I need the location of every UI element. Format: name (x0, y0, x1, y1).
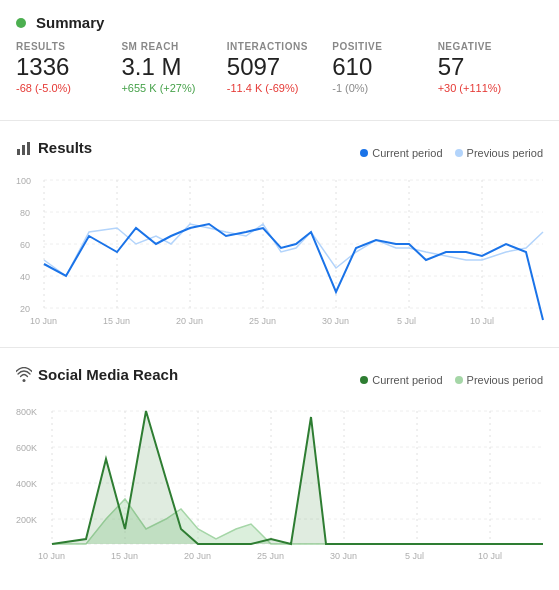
metric-change: -68 (-5.0%) (16, 82, 121, 94)
summary-dot (16, 18, 26, 28)
svg-text:60: 60 (20, 240, 30, 250)
metric-value: 5097 (227, 54, 332, 80)
metric-sm-reach: SM REACH 3.1 M +655 K (+27%) (121, 41, 226, 94)
results-chart-wrapper: 100 80 60 40 20 10 Jun 15 (16, 172, 543, 335)
svg-text:100: 100 (16, 176, 31, 186)
svg-text:800K: 800K (16, 407, 37, 417)
results-chart-section: Results Current period Previous period 1… (0, 129, 559, 335)
social-chart-header: Social Media Reach Current period Previo… (16, 366, 543, 393)
results-legend: Current period Previous period (360, 147, 543, 159)
svg-text:30 Jun: 30 Jun (322, 316, 349, 326)
metric-change: -11.4 K (-69%) (227, 82, 332, 94)
metric-label: NEGATIVE (438, 41, 543, 52)
svg-text:10 Jul: 10 Jul (478, 551, 502, 561)
svg-text:25 Jun: 25 Jun (249, 316, 276, 326)
legend-previous: Previous period (455, 147, 543, 159)
svg-text:10 Jul: 10 Jul (470, 316, 494, 326)
svg-text:20: 20 (20, 304, 30, 314)
wifi-icon (16, 367, 32, 383)
metric-change: +655 K (+27%) (121, 82, 226, 94)
social-legend-current: Current period (360, 374, 442, 386)
svg-text:20 Jun: 20 Jun (184, 551, 211, 561)
summary-section: Summary RESULTS 1336 -68 (-5.0%) SM REAC… (0, 0, 559, 112)
svg-text:600K: 600K (16, 443, 37, 453)
results-title: Results (16, 139, 92, 156)
social-chart-section: Social Media Reach Current period Previo… (0, 356, 559, 572)
metric-value: 57 (438, 54, 543, 80)
svg-text:200K: 200K (16, 515, 37, 525)
svg-text:25 Jun: 25 Jun (257, 551, 284, 561)
svg-text:10 Jun: 10 Jun (38, 551, 65, 561)
metric-results: RESULTS 1336 -68 (-5.0%) (16, 41, 121, 94)
metric-label: SM REACH (121, 41, 226, 52)
svg-text:15 Jun: 15 Jun (111, 551, 138, 561)
svg-text:40: 40 (20, 272, 30, 282)
metric-negative: NEGATIVE 57 +30 (+111%) (438, 41, 543, 94)
bar-chart-icon (16, 140, 32, 156)
svg-text:400K: 400K (16, 479, 37, 489)
svg-text:30 Jun: 30 Jun (330, 551, 357, 561)
metric-interactions: INTERACTIONS 5097 -11.4 K (-69%) (227, 41, 332, 94)
social-previous-dot (455, 376, 463, 384)
previous-dot (455, 149, 463, 157)
svg-text:5 Jul: 5 Jul (397, 316, 416, 326)
metric-positive: POSITIVE 610 -1 (0%) (332, 41, 437, 94)
metric-value: 1336 (16, 54, 121, 80)
metrics-grid: RESULTS 1336 -68 (-5.0%) SM REACH 3.1 M … (16, 41, 543, 94)
svg-rect-1 (22, 145, 25, 155)
social-svg-chart: 800K 600K 400K 200K 10 J (16, 399, 543, 569)
metric-label: POSITIVE (332, 41, 437, 52)
svg-rect-0 (17, 149, 20, 155)
metric-value: 610 (332, 54, 437, 80)
svg-rect-2 (27, 142, 30, 155)
svg-text:80: 80 (20, 208, 30, 218)
metric-change: +30 (+111%) (438, 82, 543, 94)
social-legend-previous: Previous period (455, 374, 543, 386)
svg-text:20 Jun: 20 Jun (176, 316, 203, 326)
results-curr-line (44, 224, 543, 320)
results-svg-chart: 100 80 60 40 20 10 Jun 15 (16, 172, 543, 332)
summary-title: Summary (16, 14, 543, 31)
social-current-dot (360, 376, 368, 384)
results-chart-header: Results Current period Previous period (16, 139, 543, 166)
metric-change: -1 (0%) (332, 82, 437, 94)
metric-label: RESULTS (16, 41, 121, 52)
metric-value: 3.1 M (121, 54, 226, 80)
social-legend: Current period Previous period (360, 374, 543, 386)
current-dot (360, 149, 368, 157)
metric-label: INTERACTIONS (227, 41, 332, 52)
svg-text:15 Jun: 15 Jun (103, 316, 130, 326)
social-title: Social Media Reach (16, 366, 178, 383)
social-chart-wrapper: 800K 600K 400K 200K 10 J (16, 399, 543, 572)
svg-text:5 Jul: 5 Jul (405, 551, 424, 561)
legend-current: Current period (360, 147, 442, 159)
svg-text:10 Jun: 10 Jun (30, 316, 57, 326)
